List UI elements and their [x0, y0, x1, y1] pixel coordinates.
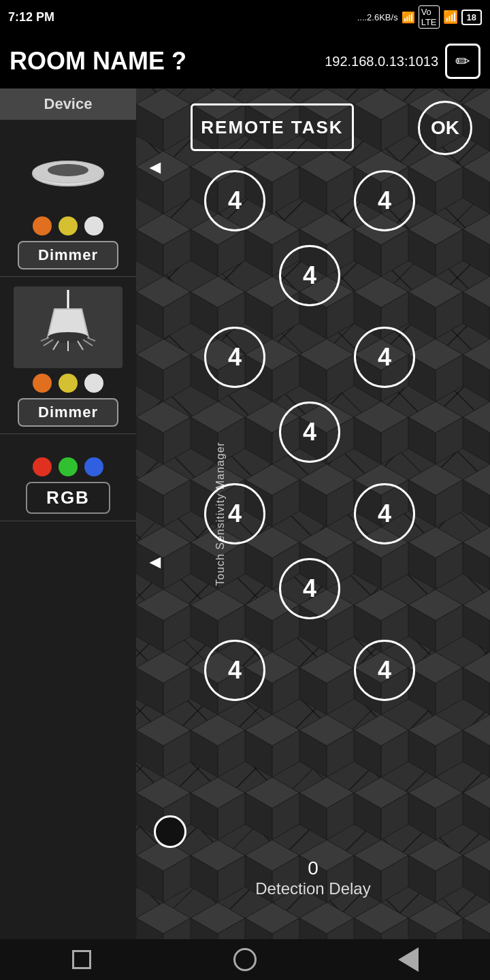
network-speed: ....2.6KB/s: [357, 12, 398, 22]
dimmer-button-1[interactable]: Dimmer: [18, 241, 118, 270]
sens-circle-3[interactable]: 4: [279, 245, 340, 306]
color-dot-orange-2: [33, 374, 52, 393]
sens-circle-4[interactable]: 4: [204, 327, 265, 388]
svg-line-11: [83, 340, 93, 346]
ip-address: 192.168.0.13:1013: [325, 54, 438, 69]
title-bar: ROOM NAME ? 192.168.0.13:1013 ✏: [0, 34, 490, 88]
sens-circle-7[interactable]: 4: [204, 483, 265, 544]
color-dot-yellow-2: [59, 374, 78, 393]
detection-knob[interactable]: [154, 815, 186, 848]
ceiling-light-icon-container[interactable]: [14, 129, 122, 211]
sens-circle-6[interactable]: 4: [279, 402, 340, 463]
title-right: 192.168.0.13:1013 ✏: [325, 44, 480, 79]
sens-circle-5[interactable]: 4: [354, 327, 415, 388]
color-dot-white-2: [84, 374, 103, 393]
ceiling-light-icon: [27, 143, 109, 197]
svg-line-10: [44, 340, 53, 346]
cube-pattern-svg: [136, 88, 490, 939]
wifi-icon: 📶: [443, 10, 458, 24]
device-group-ceiling: Dimmer: [0, 120, 136, 277]
color-dot-white: [84, 216, 103, 235]
main-content: Device Dimmer: [0, 88, 490, 939]
sens-circle-9[interactable]: 4: [279, 558, 340, 619]
svg-line-13: [87, 338, 95, 341]
nav-bar: [0, 939, 490, 980]
color-dot-blue: [84, 457, 103, 476]
svg-line-9: [78, 341, 83, 350]
arrow-top-icon: ◄: [146, 157, 165, 178]
nav-circle-icon: [233, 948, 257, 971]
ceiling-color-dots: [33, 216, 103, 235]
nav-back-icon: [398, 947, 419, 972]
nav-square-icon: [72, 950, 91, 969]
detection-label: Detection Delay: [255, 879, 370, 898]
battery-icon: 18: [461, 10, 482, 25]
color-dot-red: [33, 457, 52, 476]
nav-home-button[interactable]: [228, 946, 262, 973]
device-group-pendant: Dimmer: [0, 277, 136, 434]
lte-icon: VoLTE: [419, 5, 440, 29]
color-dot-yellow: [59, 216, 78, 235]
remote-task-button[interactable]: REMOTE TASK: [191, 103, 354, 151]
sidebar-header: Device: [0, 88, 136, 120]
pendant-light-icon: [34, 290, 102, 365]
color-dot-green: [59, 457, 78, 476]
status-icons: ....2.6KB/s 📶 VoLTE 📶 18: [357, 5, 482, 29]
sens-circle-1[interactable]: 4: [204, 170, 265, 231]
svg-line-8: [53, 341, 59, 350]
detection-area: 0 Detection Delay: [136, 815, 490, 898]
rgb-button[interactable]: RGB: [26, 482, 110, 514]
cube-background: [136, 88, 490, 939]
dimmer-button-2[interactable]: Dimmer: [18, 398, 118, 427]
color-dot-orange: [33, 216, 52, 235]
sens-circle-11[interactable]: 4: [354, 640, 415, 701]
sens-circle-2[interactable]: 4: [354, 170, 415, 231]
room-name: ROOM NAME ?: [10, 47, 186, 76]
detection-value: 0: [136, 858, 490, 879]
sens-circle-8[interactable]: 4: [354, 483, 415, 544]
pendant-color-dots: [33, 374, 103, 393]
svg-point-4: [48, 164, 88, 176]
nav-square-button[interactable]: [65, 946, 99, 973]
sens-circle-10[interactable]: 4: [204, 640, 265, 701]
main-area: Touch Sensitivity Manager ◄ ◄ REMOTE TAS…: [136, 88, 490, 939]
status-time: 7:12 PM: [8, 10, 54, 24]
status-bar: 7:12 PM ....2.6KB/s 📶 VoLTE 📶 18: [0, 0, 490, 34]
arrow-bottom-icon: ◄: [146, 551, 165, 573]
detection-slider: [154, 815, 472, 848]
signal-icon: 📶: [402, 11, 415, 24]
nav-back-button[interactable]: [391, 946, 425, 973]
ok-button[interactable]: OK: [418, 101, 472, 155]
svg-line-12: [41, 338, 49, 341]
svg-rect-17: [136, 88, 490, 939]
edit-icon: ✏: [455, 51, 470, 72]
rgb-color-dots: [33, 457, 103, 476]
pendant-light-icon-container[interactable]: [14, 287, 122, 368]
device-group-rgb: RGB: [0, 434, 136, 521]
edit-button[interactable]: ✏: [445, 44, 480, 79]
sidebar: Device Dimmer: [0, 88, 136, 939]
